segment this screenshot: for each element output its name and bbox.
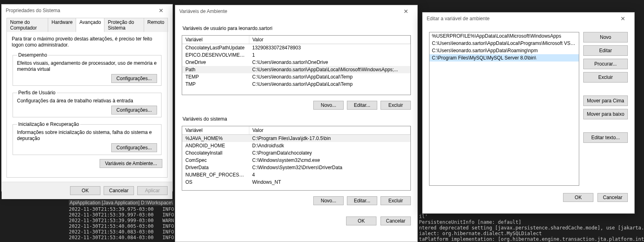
table-row[interactable]: DriverDataC:\Windows\System32\Drivers\Dr… [182,164,410,171]
table-row[interactable]: TMPC:\Users\leonardo.sartori\AppData\Loc… [182,81,410,88]
run-config-label: ApiApplication [Java Application] D:\Wor… [69,200,174,206]
edit-text-button[interactable]: Editar texto... [583,132,628,143]
performance-group: Desempenho Efeitos visuais, agendamento … [13,52,162,86]
side-buttons: Novo Editar Procurar... Excluir Mover pa… [583,32,628,186]
var-name: ChocolateyInstall [182,149,249,157]
close-icon[interactable]: ✕ [398,6,414,17]
titlebar[interactable]: Editar a variável de ambiente ✕ [423,13,634,25]
group-text: Configurações da área de trabalho relati… [17,98,157,104]
move-up-button[interactable]: Mover para Cima [583,96,628,106]
cancel-button[interactable]: Cancelar [597,193,628,202]
table-row[interactable]: PathC:\Users\leonardo.sartori\AppData\Lo… [182,66,410,73]
var-value: 132908330728478903 [249,44,410,52]
table-row[interactable]: NUMBER_OF_PROCESSORS4 [182,171,410,178]
performance-settings-button[interactable]: Configurações... [111,74,157,83]
var-name: Path [182,66,249,73]
ok-button[interactable]: OK [70,186,100,195]
tab-hardware[interactable]: Hardware [48,18,76,32]
table-row[interactable]: TEMPC:\Users\leonardo.sartori\AppData\Lo… [182,73,410,81]
var-name: EPICO.DESENVOLVIMENTO [182,51,249,59]
close-icon[interactable]: ✕ [153,5,169,16]
col-variable[interactable]: Variável [182,36,249,44]
col-value[interactable]: Valor [249,36,410,44]
ok-button[interactable]: OK [563,193,593,202]
table-row[interactable]: ComSpecC:\Windows\system32\cmd.exe [182,157,410,164]
environment-variables-dialog: Variáveis de Ambiente ✕ Variáveis de usu… [175,5,418,242]
tab-system-protection[interactable]: Proteção do Sistema [104,18,144,32]
sys-new-button[interactable]: Novo... [313,196,344,205]
var-value: C:\Program Files\Java\jdk-17.0.5\bin [249,135,410,142]
user-delete-button[interactable]: Excluir [380,101,411,110]
var-value: C:\Users\leonardo.sartori\AppData\Local\… [249,81,410,88]
dialog-title: Variáveis de Ambiente [179,8,398,14]
startup-recovery-group: Inicialização e Recuperação Informações … [13,121,162,155]
user-vars-label: Variáveis de usuário para leonardo.sarto… [183,25,411,31]
system-vars-table[interactable]: Variável Valor %JAVA_HOME%C:\Program Fil… [182,126,411,191]
var-value: 4 [249,171,410,178]
var-value: D:\Android\sdk [249,142,410,149]
tab-advanced-page: Para tirar o máximo proveito destas alte… [6,32,168,178]
list-item[interactable]: C:\Users\leonardo.sartori\AppData\Local\… [429,40,579,47]
delete-button[interactable]: Excluir [583,72,628,83]
move-down-button[interactable]: Mover para baixo [583,109,628,119]
user-vars-table[interactable]: Variável Valor ChocolateyLastPathUpdate1… [182,35,411,95]
console-output: 2022-11-30T21:53:39.975-03:00 INFO 1 202… [69,206,180,240]
table-row[interactable]: %JAVA_HOME%C:\Program Files\Java\jdk-17.… [182,135,410,142]
user-edit-button[interactable]: Editar... [347,101,377,110]
close-icon[interactable]: ✕ [615,13,631,24]
dialog-footer: OK Cancelar Aplicar [2,182,172,199]
tab-remote[interactable]: Remoto [144,18,168,32]
sys-edit-button[interactable]: Editar... [347,196,377,205]
table-row[interactable]: ChocolateyInstallC:\ProgramData\chocolat… [182,149,410,157]
var-name: ComSpec [182,157,249,164]
tab-computer-name[interactable]: Nome do Computador [6,18,48,32]
user-profiles-group: Perfis de Usuário Configurações da área … [13,90,162,117]
table-row[interactable]: OneDriveC:\Users\leonardo.sartori\OneDri… [182,59,410,66]
var-name: TEMP [182,73,249,81]
var-value: 1 [249,51,410,59]
var-value: Windows_NT [249,178,410,186]
table-row[interactable]: OSWindows_NT [182,178,410,186]
list-item[interactable]: %USERPROFILE%\AppData\Local\Microsoft\Wi… [429,32,579,40]
tab-advanced[interactable]: Avançado [76,18,104,32]
list-item[interactable]: C:\Users\leonardo.sartori\AppData\Roamin… [429,47,579,54]
browse-button[interactable]: Procurar... [583,59,628,69]
dialog-title: Editar a variável de ambiente [427,16,615,21]
var-value: C:\Users\leonardo.sartori\AppData\Local\… [249,73,410,81]
environment-variables-button[interactable]: Variáveis de Ambiente... [100,159,162,168]
var-name: OS [182,178,249,186]
var-name: NUMBER_OF_PROCESSORS [182,171,249,178]
ok-button[interactable]: OK [346,217,376,225]
var-name: DriverData [182,164,249,171]
new-button[interactable]: Novo [583,32,628,42]
titlebar[interactable]: Variáveis de Ambiente ✕ [175,5,417,17]
cancel-button[interactable]: Cancelar [104,186,134,195]
user-new-button[interactable]: Novo... [313,101,344,110]
apply-button[interactable]: Aplicar [137,186,168,195]
var-name: OneDrive [182,59,249,66]
var-value: C:\Windows\System32\Drivers\DriverData [249,164,410,171]
sys-delete-button[interactable]: Excluir [380,196,411,205]
group-text: Efeitos visuais, agendamento de processa… [17,60,157,72]
var-name: ChocolateyLastPathUpdate [182,44,249,52]
console-output-right: il' PersistenceUnitInfo [name: default] … [419,214,644,242]
list-item[interactable]: C:\Program Files\MySQL\MySQL Server 8.0\… [429,54,579,62]
cancel-button[interactable]: Cancelar [380,217,411,225]
user-profiles-settings-button[interactable]: Configurações... [111,106,157,115]
system-vars-label: Variáveis do sistema [183,116,411,122]
table-row[interactable]: ChocolateyLastPathUpdate1329083307284789… [182,44,410,52]
table-row[interactable]: ANDROID_HOMED:\Android\sdk [182,142,410,149]
path-entries-list[interactable]: %USERPROFILE%\AppData\Local\Microsoft\Wi… [429,32,579,186]
edit-button[interactable]: Editar [583,45,628,56]
group-title: Inicialização e Recuperação [17,121,80,127]
table-row[interactable]: EPICO.DESENVOLVIMENTO1 [182,51,410,59]
col-value[interactable]: Valor [249,126,410,135]
titlebar[interactable]: Propriedades do Sistema ✕ [2,4,172,17]
startup-recovery-settings-button[interactable]: Configurações... [111,143,157,152]
var-value: C:\Users\leonardo.sartori\AppData\Local\… [249,66,410,73]
var-name: ANDROID_HOME [182,142,249,149]
group-title: Perfis de Usuário [17,90,57,96]
var-value: C:\Windows\system32\cmd.exe [249,157,410,164]
group-text: Informações sobre inicialização do siste… [17,129,157,142]
col-variable[interactable]: Variável [182,126,249,135]
